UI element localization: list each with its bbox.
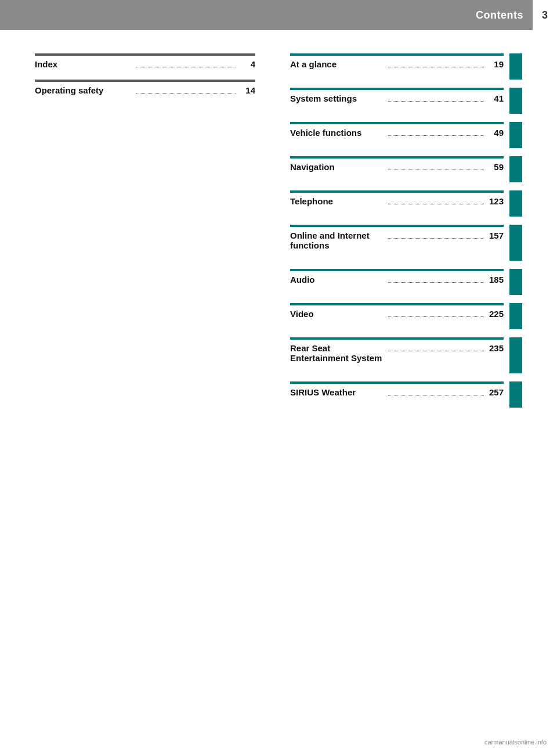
toc-label-index: Index <box>35 59 134 69</box>
toc-content-audio: Audio 185 <box>290 269 504 295</box>
toc-divider-sirius-weather <box>290 381 504 384</box>
toc-content-navigation: Navigation 59 <box>290 156 504 182</box>
toc-row-sirius-weather: SIRIUS Weather 257 <box>290 387 504 397</box>
toc-label-system-settings: System settings <box>290 93 386 103</box>
toc-entry-video: Video 225 <box>290 303 522 329</box>
toc-content-online-internet: Online and Internet functions 157 <box>290 225 504 261</box>
toc-entry-online-internet: Online and Internet functions 157 <box>290 225 522 261</box>
header-bar: Contents 3 <box>0 0 557 30</box>
toc-dots-telephone <box>388 204 484 204</box>
toc-content-vehicle-functions: Vehicle functions 49 <box>290 122 504 148</box>
header-page-number: 3 <box>533 0 557 30</box>
toc-entry-index: Index 4 <box>35 53 255 69</box>
toc-dots-rear-seat <box>388 351 484 351</box>
watermark: carmanualsonline.info <box>484 739 547 746</box>
toc-divider-audio <box>290 269 504 271</box>
toc-dots-at-a-glance <box>388 67 484 67</box>
toc-row-at-a-glance: At a glance 19 <box>290 59 504 69</box>
toc-dots-sirius-weather <box>388 395 484 395</box>
toc-entry-navigation: Navigation 59 <box>290 156 522 182</box>
toc-entry-audio: Audio 185 <box>290 269 522 295</box>
toc-tab-vehicle-functions <box>509 122 522 148</box>
toc-dots-system-settings <box>388 101 484 102</box>
toc-entry-vehicle-functions: Vehicle functions 49 <box>290 122 522 148</box>
toc-entry-rear-seat: Rear Seat Entertainment System 235 <box>290 337 522 373</box>
toc-label-video: Video <box>290 309 386 319</box>
toc-dots-vehicle-functions <box>388 135 484 136</box>
toc-page-sirius-weather: 257 <box>486 387 504 397</box>
toc-entry-at-a-glance: At a glance 19 <box>290 53 522 80</box>
toc-row-operating-safety: Operating safety 14 <box>35 85 255 95</box>
toc-page-vehicle-functions: 49 <box>486 128 504 138</box>
toc-tab-navigation <box>509 156 522 182</box>
toc-divider-system-settings <box>290 88 504 90</box>
toc-label-at-a-glance: At a glance <box>290 59 386 69</box>
toc-content-sirius-weather: SIRIUS Weather 257 <box>290 381 504 408</box>
toc-content-video: Video 225 <box>290 303 504 329</box>
right-column: At a glance 19 System settings 41 <box>290 53 522 408</box>
toc-row-video: Video 225 <box>290 309 504 319</box>
toc-dots-audio <box>388 282 484 283</box>
toc-page-operating-safety: 14 <box>238 85 255 95</box>
toc-dots-online-internet <box>388 238 484 239</box>
toc-tab-telephone <box>509 190 522 217</box>
toc-dots-index <box>136 67 236 67</box>
toc-divider-vehicle-functions <box>290 122 504 124</box>
toc-divider-telephone <box>290 190 504 193</box>
toc-divider-navigation <box>290 156 504 159</box>
toc-label-audio: Audio <box>290 275 386 285</box>
toc-entry-telephone: Telephone 123 <box>290 190 522 217</box>
toc-tab-at-a-glance <box>509 53 522 80</box>
toc-tab-audio <box>509 269 522 295</box>
toc-entry-sirius-weather: SIRIUS Weather 257 <box>290 381 522 408</box>
toc-content-at-a-glance: At a glance 19 <box>290 53 504 80</box>
toc-entry-system-settings: System settings 41 <box>290 88 522 114</box>
toc-page-online-internet: 157 <box>486 231 504 240</box>
toc-tab-system-settings <box>509 88 522 114</box>
toc-tab-rear-seat <box>509 337 522 373</box>
toc-content-rear-seat: Rear Seat Entertainment System 235 <box>290 337 504 373</box>
toc-dots-operating-safety <box>136 93 236 93</box>
toc-row-audio: Audio 185 <box>290 275 504 285</box>
toc-tab-sirius-weather <box>509 381 522 408</box>
toc-divider-operating-safety <box>35 80 255 82</box>
toc-dots-video <box>388 316 484 317</box>
toc-page-navigation: 59 <box>486 162 504 172</box>
toc-page-index: 4 <box>238 59 255 69</box>
toc-divider-rear-seat <box>290 337 504 340</box>
toc-page-video: 225 <box>486 309 504 319</box>
toc-label-vehicle-functions: Vehicle functions <box>290 128 386 138</box>
toc-page-rear-seat: 235 <box>486 343 504 353</box>
toc-row-telephone: Telephone 123 <box>290 196 504 206</box>
left-column: Index 4 Operating safety 14 <box>35 53 255 408</box>
toc-row-navigation: Navigation 59 <box>290 162 504 172</box>
toc-label-telephone: Telephone <box>290 196 386 206</box>
toc-content-telephone: Telephone 123 <box>290 190 504 217</box>
main-content: Index 4 Operating safety 14 At a glance <box>0 30 557 431</box>
toc-label-rear-seat: Rear Seat Entertainment System <box>290 343 386 363</box>
toc-label-sirius-weather: SIRIUS Weather <box>290 387 386 397</box>
toc-tab-online-internet <box>509 225 522 261</box>
toc-label-navigation: Navigation <box>290 162 386 172</box>
toc-page-audio: 185 <box>486 275 504 285</box>
header-title: Contents <box>476 9 533 21</box>
toc-entry-operating-safety: Operating safety 14 <box>35 80 255 95</box>
toc-row-online-internet: Online and Internet functions 157 <box>290 231 504 250</box>
toc-content-system-settings: System settings 41 <box>290 88 504 114</box>
toc-divider-online-internet <box>290 225 504 227</box>
toc-page-system-settings: 41 <box>486 93 504 103</box>
toc-tab-video <box>509 303 522 329</box>
toc-page-at-a-glance: 19 <box>486 59 504 69</box>
toc-divider-index <box>35 53 255 56</box>
toc-label-online-internet: Online and Internet functions <box>290 231 386 250</box>
toc-divider-video <box>290 303 504 305</box>
toc-dots-navigation <box>388 170 484 170</box>
toc-page-telephone: 123 <box>486 196 504 206</box>
header-title-container: Contents 3 <box>476 0 557 30</box>
toc-row-vehicle-functions: Vehicle functions 49 <box>290 128 504 138</box>
toc-row-rear-seat: Rear Seat Entertainment System 235 <box>290 343 504 363</box>
toc-row-index: Index 4 <box>35 59 255 69</box>
toc-row-system-settings: System settings 41 <box>290 93 504 103</box>
toc-label-operating-safety: Operating safety <box>35 85 134 95</box>
toc-divider-at-a-glance <box>290 53 504 56</box>
